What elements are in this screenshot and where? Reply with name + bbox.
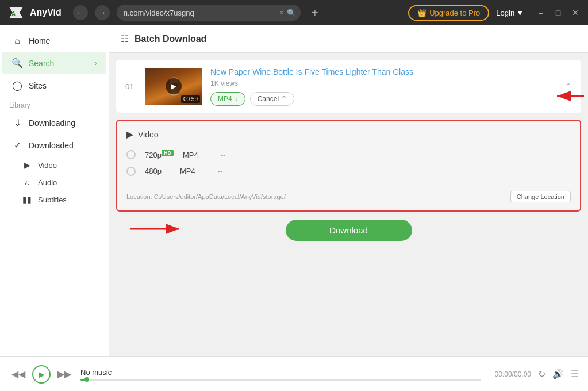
window-controls: – □ ✕: [535, 7, 581, 18]
panel-location: Location: C:/Users/editor/AppData/Local/…: [126, 186, 571, 202]
back-button[interactable]: ←: [73, 5, 88, 20]
sidebar-item-subtitles[interactable]: ▮▮ Subtitles: [0, 191, 109, 208]
sidebar-item-downloaded[interactable]: ✓ Downloaded: [2, 134, 106, 156]
quality-row-720p[interactable]: 720pHD MP4 --: [126, 147, 571, 163]
location-path: Location: C:/Users/editor/AppData/Local/…: [126, 193, 286, 200]
previous-button[interactable]: ◀◀: [9, 365, 28, 384]
content-area: ☷ Batch Download 01 🍷 ▶ 00:59 New Paper …: [109, 25, 588, 356]
svg-text:A: A: [11, 11, 16, 17]
sidebar-item-search[interactable]: 🔍 Search ›: [2, 52, 106, 74]
player-right-controls: ↻ 🔊 ☰: [538, 369, 579, 379]
radio-720p[interactable]: [126, 150, 136, 159]
search-icon: 🔍: [11, 57, 23, 68]
player-progress-dot: [84, 377, 89, 382]
url-input[interactable]: [117, 5, 301, 21]
thumbnail[interactable]: 🍷 ▶ 00:59: [145, 68, 202, 105]
new-tab-button[interactable]: +: [308, 5, 322, 20]
close-button[interactable]: ✕: [570, 7, 581, 18]
change-location-button[interactable]: Change Location: [510, 191, 571, 202]
format-720p: MP4: [183, 151, 212, 159]
chevron-up-icon: ⌃: [281, 95, 287, 103]
video-item: 01 🍷 ▶ 00:59 New Paper Wine Bottle Is Fi…: [116, 60, 581, 113]
upgrade-button[interactable]: 👑 Upgrade to Pro: [408, 5, 489, 21]
library-label: Library: [0, 97, 109, 112]
player-controls: ◀◀ ▶ ▶▶: [9, 365, 74, 384]
bottom-player: ◀◀ ▶ ▶▶ No music 00:00/00:00 ↻ 🔊 ☰: [0, 356, 588, 391]
quality-row-480p[interactable]: 480p MP4 --: [126, 163, 571, 179]
home-icon: ⌂: [11, 36, 23, 46]
forward-button[interactable]: →: [95, 5, 110, 20]
audio-icon: ♫: [22, 178, 32, 187]
maximize-button[interactable]: □: [552, 7, 564, 18]
app-name: AnyVid: [30, 7, 62, 18]
sidebar-item-video[interactable]: ▶ Video: [0, 156, 109, 174]
download-button[interactable]: Download: [286, 220, 412, 241]
arrow-annotation-download: [128, 220, 185, 240]
repeat-button[interactable]: ↻: [538, 369, 545, 379]
subtitles-icon: ▮▮: [22, 195, 32, 204]
video-panel-icon: ▶: [126, 129, 133, 140]
next-button[interactable]: ▶▶: [55, 365, 74, 384]
video-info: New Paper Wine Bottle Is Five Times Ligh…: [210, 67, 557, 106]
page-title: Batch Download: [134, 34, 206, 44]
panel-section-title: ▶ Video: [126, 129, 571, 140]
download-panel: ▶ Video 720pHD MP4 -- 480p MP4 -- Locati…: [116, 120, 581, 211]
video-duration: 00:59: [181, 95, 200, 103]
size-480p: --: [218, 167, 223, 175]
logo-icon: A: [7, 3, 25, 22]
download-icon: ⇓: [11, 117, 23, 128]
collapse-button[interactable]: ⌃: [565, 82, 572, 91]
mp4-button[interactable]: MP4 ↓: [210, 92, 245, 106]
download-btn-container: Download: [116, 220, 581, 241]
video-actions: MP4 ↓ Cancel ⌃: [210, 92, 557, 106]
player-info: No music: [80, 368, 481, 381]
logo: A AnyVid: [7, 3, 62, 22]
video-title: New Paper Wine Bottle Is Five Times Ligh…: [210, 67, 557, 77]
cancel-button[interactable]: Cancel ⌃: [250, 92, 294, 106]
title-bar: A AnyVid ← → ✕ 🔍 + 👑 Upgrade to Pro Logi…: [0, 0, 588, 25]
download-arrow-icon: ↓: [235, 95, 238, 103]
size-720p: --: [221, 151, 226, 159]
sidebar-item-downloading[interactable]: ⇓ Downloading: [2, 112, 106, 134]
main-container: ⌂ Home 🔍 Search › ◯ Sites Library ⇓ Down…: [0, 25, 588, 356]
radio-480p[interactable]: [126, 167, 136, 176]
sidebar: ⌂ Home 🔍 Search › ◯ Sites Library ⇓ Down…: [0, 25, 109, 356]
volume-button[interactable]: 🔊: [552, 369, 564, 379]
url-clear-icon[interactable]: ✕: [279, 9, 285, 17]
item-number: 01: [125, 82, 137, 91]
thumbnail-play-icon: ▶: [166, 78, 182, 94]
hd-badge: HD: [162, 150, 174, 156]
player-time: 00:00/00:00: [495, 370, 531, 378]
url-search-icon[interactable]: 🔍: [287, 9, 296, 17]
res-480p: 480p: [145, 167, 171, 175]
sidebar-item-audio[interactable]: ♫ Audio: [0, 174, 109, 191]
video-icon: ▶: [22, 160, 32, 170]
checkmark-icon: ✓: [11, 140, 23, 151]
player-track-title: No music: [80, 368, 481, 377]
batch-download-icon: ☷: [121, 33, 129, 44]
video-views: 1K views: [210, 79, 557, 87]
sidebar-item-home[interactable]: ⌂ Home: [2, 30, 106, 52]
play-button[interactable]: ▶: [32, 365, 51, 384]
res-720p: 720pHD: [145, 150, 174, 159]
minimize-button[interactable]: –: [535, 7, 547, 18]
page-header: ☷ Batch Download: [109, 25, 588, 53]
playlist-button[interactable]: ☰: [571, 369, 579, 379]
player-progress-bar[interactable]: [80, 379, 481, 381]
video-item-header: 01 🍷 ▶ 00:59 New Paper Wine Bottle Is Fi…: [116, 60, 581, 113]
sidebar-item-sites[interactable]: ◯ Sites: [2, 74, 106, 97]
url-bar-container: ✕ 🔍: [117, 5, 301, 21]
crown-icon: 👑: [417, 9, 426, 17]
chevron-down-icon: ▼: [516, 9, 524, 17]
format-480p: MP4: [180, 167, 209, 175]
globe-icon: ◯: [11, 80, 23, 91]
chevron-right-icon: ›: [95, 59, 97, 67]
login-button[interactable]: Login ▼: [496, 9, 524, 17]
